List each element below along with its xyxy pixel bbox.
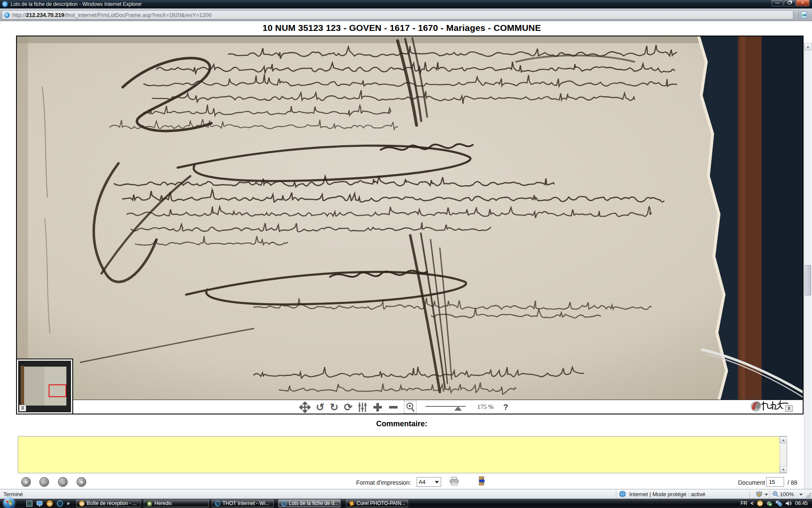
- taskbar-button-lots-active[interactable]: e Lots de la fiche de d...: [278, 500, 340, 507]
- thot-logo: X: [749, 400, 793, 413]
- zoom-status-value[interactable]: 100%: [780, 491, 794, 497]
- security-zone-text: Internet | Mode protégé : activé: [629, 491, 705, 497]
- title-bar: e Lots de la fiche de description - Wind…: [0, 0, 812, 8]
- language-indicator[interactable]: FR: [741, 500, 747, 506]
- taskbar-button-label: Corel PHOTO-PAIN...: [357, 500, 406, 506]
- show-desktop-icon[interactable]: [26, 500, 33, 507]
- restore-button[interactable]: [784, 0, 796, 6]
- page-favicon: e: [4, 12, 10, 18]
- system-tray: FR < 06:45: [741, 499, 812, 508]
- url-prefix: http://: [12, 12, 26, 18]
- tray-expand-chevron[interactable]: <: [751, 500, 754, 506]
- corel-icon: [349, 501, 354, 506]
- url-input[interactable]: e http://212.234.70.219/thot_internet/Fr…: [2, 10, 793, 19]
- ie-window: e Lots de la fiche de description - Wind…: [0, 0, 812, 508]
- heredis-icon: [147, 501, 152, 506]
- ie-icon: e: [215, 501, 220, 506]
- internet-explorer-icon[interactable]: e: [57, 500, 63, 507]
- image-toolbar: ↺ ↻ ⟳: [17, 400, 803, 414]
- shield-icon[interactable]: [755, 491, 763, 497]
- taskbar-button-inbox[interactable]: Boîte de réception - ...: [76, 500, 141, 507]
- print-format-label: Format d'impression:: [356, 479, 411, 486]
- address-bar: e http://212.234.70.219/thot_internet/Fr…: [0, 8, 812, 21]
- scrollbar-thumb[interactable]: [805, 265, 811, 295]
- taskbar-button-corel[interactable]: Corel PHOTO-PAIN...: [346, 500, 408, 507]
- print-button[interactable]: [449, 477, 459, 486]
- resize-grip[interactable]: [806, 493, 811, 498]
- image-viewer-frame: ↺ ↻ ⟳: [16, 36, 804, 414]
- last-document-button[interactable]: »: [77, 477, 86, 487]
- zoom-status-icon: [772, 491, 779, 497]
- page-scrollbar[interactable]: ▲ ▼: [804, 43, 812, 508]
- quick-launch-overflow[interactable]: »: [67, 500, 70, 506]
- print-format-select[interactable]: A4: [417, 477, 441, 487]
- svg-text:e: e: [283, 501, 284, 505]
- taskbar-button-thot[interactable]: e THOT Internet - Wi...: [212, 500, 274, 507]
- tray-update-check-icon[interactable]: [766, 500, 772, 506]
- pan-icon[interactable]: [299, 402, 310, 413]
- view-region-rectangle[interactable]: [49, 384, 66, 397]
- manuscript-art: [17, 36, 803, 400]
- bottom-controls: « ← → » Format d'impression: A4: [0, 473, 804, 490]
- network-icon[interactable]: [776, 500, 782, 506]
- taskbar-button-label: Boîte de réception - ...: [87, 500, 137, 506]
- select-dropdown-icon: [435, 481, 439, 483]
- rotate-left-icon[interactable]: ↺: [316, 401, 324, 413]
- comment-label: Commentaire:: [0, 420, 804, 428]
- comment-scroll-up-arrow[interactable]: ▲: [780, 436, 787, 443]
- volume-icon[interactable]: [785, 500, 792, 506]
- thumbnail-navigator[interactable]: X: [16, 359, 73, 414]
- tray-mail-icon[interactable]: [757, 500, 763, 506]
- zoom-in-icon[interactable]: [373, 402, 383, 412]
- comment-scrollbar[interactable]: ▲ ▼: [779, 436, 787, 473]
- book-spine: [21, 366, 24, 406]
- manuscript-image[interactable]: [17, 36, 803, 400]
- minimize-button[interactable]: —: [771, 0, 783, 6]
- quick-launch: e »: [26, 500, 70, 507]
- thumbnail-left-page: [24, 367, 44, 406]
- clock[interactable]: 06:45: [795, 500, 808, 506]
- taskbar-button-label: Lots de la fiche de d...: [289, 500, 338, 506]
- zoom-slider-handle[interactable]: [454, 406, 462, 411]
- thumbnail-close-button[interactable]: X: [19, 405, 26, 411]
- zoom-slider[interactable]: [425, 403, 466, 411]
- compatibility-view-button[interactable]: [798, 10, 809, 19]
- restore-icon: [788, 1, 791, 4]
- document-total: / 88: [787, 479, 797, 486]
- close-button[interactable]: ×: [796, 0, 809, 6]
- scroll-up-arrow[interactable]: ▲: [804, 43, 812, 50]
- shield-dropdown-icon[interactable]: [765, 494, 768, 496]
- status-bar: Terminé Internet | Mode protégé : activé…: [0, 489, 812, 499]
- broken-page-icon: [801, 11, 807, 18]
- zoom-dropdown-icon[interactable]: [799, 494, 803, 496]
- url-domain: 212.234.70.219: [26, 12, 64, 18]
- status-separator: [770, 490, 770, 498]
- adjust-levels-icon[interactable]: [358, 402, 367, 412]
- first-document-button[interactable]: «: [21, 477, 31, 487]
- comment-scroll-down-arrow[interactable]: ▼: [780, 466, 787, 473]
- switch-windows-icon[interactable]: [36, 500, 43, 507]
- previous-document-button[interactable]: ←: [39, 477, 49, 487]
- taskbar: e » Boîte de réception - ... Heredis e T…: [0, 499, 812, 508]
- zoom-tool-button[interactable]: [404, 401, 417, 414]
- help-button[interactable]: ?: [503, 403, 508, 412]
- taskbar-button-label: Heredis: [154, 500, 172, 506]
- start-button[interactable]: [3, 497, 15, 508]
- status-separator: [749, 490, 750, 498]
- zoom-out-icon[interactable]: [388, 402, 398, 412]
- rotate-right-icon[interactable]: ↻: [330, 401, 338, 413]
- taskbar-button-label: THOT Internet - Wi...: [222, 500, 269, 506]
- document-number-input[interactable]: 15: [766, 477, 784, 487]
- print-format-value: A4: [419, 479, 425, 485]
- status-separator: [616, 490, 616, 498]
- taskbar-button-heredis[interactable]: Heredis: [144, 500, 209, 507]
- next-document-button[interactable]: →: [58, 477, 68, 487]
- zoom-level-value: 175 %: [477, 403, 494, 411]
- url-path: /thot_internet/FrmLotDocFrame.asp?resX=1…: [64, 12, 211, 18]
- outlook-icon[interactable]: [47, 500, 53, 507]
- rotate-reset-icon[interactable]: ⟳: [344, 401, 352, 413]
- exit-button[interactable]: [476, 476, 485, 486]
- comment-textarea[interactable]: ▲ ▼: [18, 436, 787, 473]
- logo-close-button[interactable]: X: [785, 405, 793, 412]
- status-text: Terminé: [3, 491, 23, 497]
